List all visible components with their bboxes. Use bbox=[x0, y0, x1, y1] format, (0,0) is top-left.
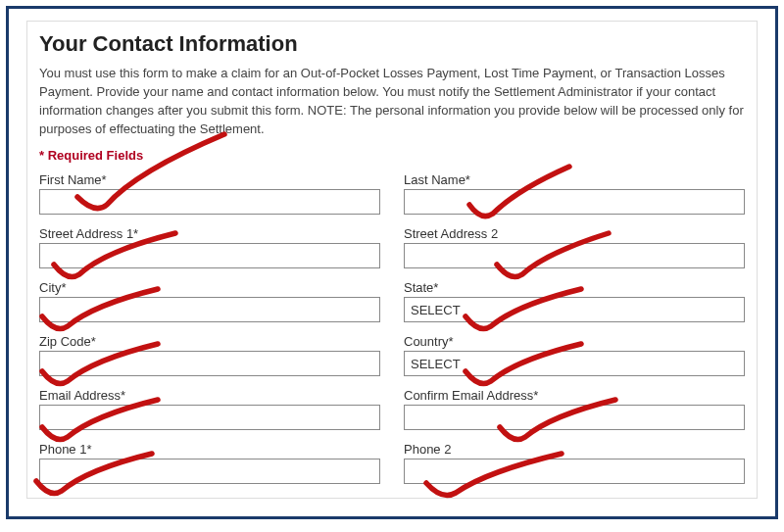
input-street2[interactable] bbox=[404, 243, 745, 268]
form-title: Your Contact Information bbox=[39, 31, 745, 57]
input-phone1[interactable] bbox=[39, 459, 380, 484]
form-frame: Your Contact Information You must use th… bbox=[6, 6, 778, 519]
input-phone2[interactable] bbox=[404, 459, 745, 484]
label-zip: Zip Code* bbox=[39, 334, 380, 349]
input-city[interactable] bbox=[39, 297, 380, 322]
label-first-name: First Name* bbox=[39, 172, 380, 187]
field-phone1: Phone 1* bbox=[39, 442, 380, 484]
input-zip[interactable] bbox=[39, 351, 380, 376]
input-street1[interactable] bbox=[39, 243, 380, 268]
label-confirm-email: Confirm Email Address* bbox=[404, 388, 745, 403]
fields-grid: First Name* Last Name* Street Address 1*… bbox=[39, 172, 745, 484]
field-first-name: First Name* bbox=[39, 172, 380, 215]
select-state[interactable] bbox=[404, 297, 745, 322]
form-panel: Your Contact Information You must use th… bbox=[26, 21, 758, 499]
required-note: * Required Fields bbox=[39, 148, 745, 163]
label-street2: Street Address 2 bbox=[404, 226, 745, 241]
input-last-name[interactable] bbox=[404, 189, 745, 215]
input-email[interactable] bbox=[39, 405, 380, 430]
label-city: City* bbox=[39, 280, 380, 295]
field-email: Email Address* bbox=[39, 388, 380, 430]
label-email: Email Address* bbox=[39, 388, 380, 403]
form-intro: You must use this form to make a claim f… bbox=[39, 65, 745, 138]
input-first-name[interactable] bbox=[39, 189, 380, 215]
field-street1: Street Address 1* bbox=[39, 226, 380, 268]
field-last-name: Last Name* bbox=[404, 172, 745, 215]
label-country: Country* bbox=[404, 334, 745, 349]
label-phone2: Phone 2 bbox=[404, 442, 745, 457]
field-street2: Street Address 2 bbox=[404, 226, 745, 268]
field-city: City* bbox=[39, 280, 380, 322]
field-zip: Zip Code* bbox=[39, 334, 380, 376]
field-confirm-email: Confirm Email Address* bbox=[404, 388, 745, 430]
select-country[interactable] bbox=[404, 351, 745, 376]
label-last-name: Last Name* bbox=[404, 172, 745, 187]
field-phone2: Phone 2 bbox=[404, 442, 745, 484]
field-country: Country* bbox=[404, 334, 745, 376]
label-street1: Street Address 1* bbox=[39, 226, 380, 241]
field-state: State* bbox=[404, 280, 745, 322]
label-state: State* bbox=[404, 280, 745, 295]
label-phone1: Phone 1* bbox=[39, 442, 380, 457]
input-confirm-email[interactable] bbox=[404, 405, 745, 430]
